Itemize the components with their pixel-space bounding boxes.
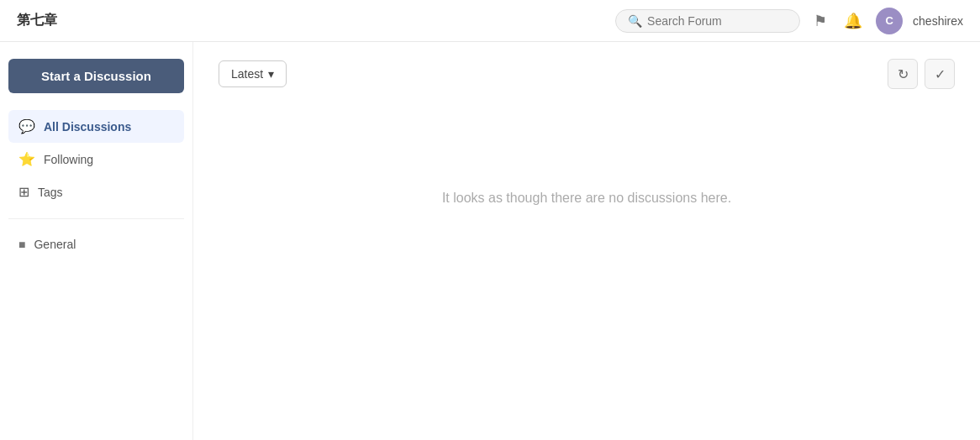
sidebar-item-label-tags: Tags bbox=[38, 186, 63, 199]
sidebar-item-all-discussions[interactable]: 💬 All Discussions bbox=[8, 110, 184, 143]
sidebar-item-tags[interactable]: ⊞ Tags bbox=[8, 175, 184, 208]
sidebar-divider bbox=[8, 218, 184, 219]
username[interactable]: cheshirex bbox=[913, 14, 963, 28]
header: 第七章 🔍 ⚑ 🔔 C cheshirex bbox=[0, 0, 980, 42]
layout: Start a Discussion 💬 All Discussions ⭐ F… bbox=[0, 42, 980, 440]
sidebar-item-following[interactable]: ⭐ Following bbox=[8, 143, 184, 175]
empty-message: It looks as though there are no discussi… bbox=[442, 191, 731, 206]
sidebar-item-general[interactable]: ■ General bbox=[8, 229, 184, 259]
main-toolbar: Latest ▾ ↻ ✓ bbox=[219, 59, 955, 89]
all-discussions-icon: 💬 bbox=[18, 118, 35, 134]
start-discussion-button[interactable]: Start a Discussion bbox=[8, 59, 184, 93]
refresh-icon: ↻ bbox=[898, 66, 909, 82]
filter-label: Latest bbox=[231, 67, 263, 81]
sidebar-item-label-general: General bbox=[34, 238, 76, 251]
sidebar-categories: ■ General bbox=[8, 229, 184, 259]
main-content: Latest ▾ ↻ ✓ It looks as though there ar… bbox=[193, 42, 980, 440]
search-box[interactable]: 🔍 bbox=[615, 9, 800, 33]
refresh-button[interactable]: ↻ bbox=[888, 59, 918, 89]
toolbar-actions: ↻ ✓ bbox=[888, 59, 955, 89]
search-input[interactable] bbox=[647, 14, 788, 28]
tags-icon: ⊞ bbox=[18, 184, 29, 200]
empty-state: It looks as though there are no discussi… bbox=[219, 114, 955, 282]
sidebar-item-label-all-discussions: All Discussions bbox=[44, 120, 131, 134]
header-right: 🔍 ⚑ 🔔 C cheshirex bbox=[615, 8, 963, 34]
logo[interactable]: 第七章 bbox=[17, 12, 57, 29]
check-icon: ✓ bbox=[935, 66, 946, 82]
mark-read-button[interactable]: ✓ bbox=[925, 59, 955, 89]
search-icon: 🔍 bbox=[628, 14, 642, 28]
filter-button[interactable]: Latest ▾ bbox=[219, 60, 287, 87]
chevron-down-icon: ▾ bbox=[268, 67, 274, 81]
general-category-icon: ■ bbox=[18, 238, 25, 251]
notifications-icon[interactable]: 🔔 bbox=[840, 8, 866, 34]
following-icon: ⭐ bbox=[18, 151, 35, 167]
avatar[interactable]: C bbox=[876, 8, 903, 34]
sidebar-item-label-following: Following bbox=[44, 153, 93, 166]
sidebar: Start a Discussion 💬 All Discussions ⭐ F… bbox=[0, 42, 193, 440]
sidebar-nav: 💬 All Discussions ⭐ Following ⊞ Tags bbox=[8, 110, 184, 208]
flag-icon[interactable]: ⚑ bbox=[810, 8, 830, 34]
